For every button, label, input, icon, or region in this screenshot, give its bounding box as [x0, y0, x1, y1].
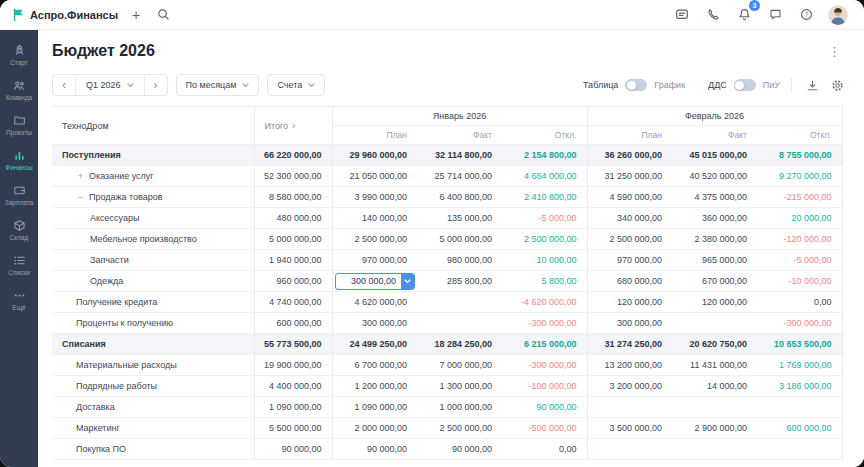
avatar[interactable]	[828, 5, 848, 25]
value-cell[interactable]: 5 000 000,00	[417, 229, 502, 250]
value-cell[interactable]: 6 215 000,00	[502, 334, 587, 355]
total-column-header[interactable]: Итого›	[254, 107, 332, 145]
value-cell[interactable]: 2 500 000,00	[417, 418, 502, 439]
sidebar-item-team[interactable]: Команда	[0, 75, 38, 105]
value-cell[interactable]: 600 000,00	[757, 418, 842, 439]
value-cell[interactable]	[757, 397, 842, 418]
period-dropdown[interactable]: Q1 2026	[75, 75, 145, 95]
value-cell[interactable]: 670 000,00	[672, 271, 757, 292]
value-cell[interactable]: 0,00	[502, 439, 587, 460]
sidebar-item-start[interactable]: Старт	[0, 40, 38, 70]
value-cell[interactable]: 680 000,00	[587, 271, 672, 292]
expand-columns-icon[interactable]: ›	[292, 120, 295, 131]
value-cell[interactable]	[672, 313, 757, 334]
value-cell[interactable]: 8 755 000,00	[757, 145, 842, 166]
value-cell[interactable]: 1 000 000,00	[417, 397, 502, 418]
prev-period-button[interactable]: ‹	[53, 75, 75, 95]
value-cell[interactable]: 960 000,00	[254, 271, 332, 292]
value-cell[interactable]: 300 000,00	[587, 313, 672, 334]
row-label-cell[interactable]: Проценты к получению	[52, 313, 254, 334]
value-cell[interactable]: 970 000,00	[332, 250, 417, 271]
value-cell[interactable]: 300 000,00	[332, 313, 417, 334]
value-cell[interactable]: -300 000,00	[502, 313, 587, 334]
value-cell[interactable]: 1 090 000,00	[332, 397, 417, 418]
value-cell[interactable]: 11 431 000,00	[672, 355, 757, 376]
value-cell[interactable]: 1 940 000,00	[254, 250, 332, 271]
value-cell[interactable]: 970 000,00	[587, 250, 672, 271]
value-cell[interactable]: 3 200 000,00	[587, 376, 672, 397]
value-cell[interactable]: 5 500 000,00	[254, 418, 332, 439]
report-type-toggle[interactable]	[734, 79, 756, 91]
next-period-button[interactable]: ›	[145, 75, 167, 95]
page-menu-button[interactable]: ⋮	[823, 43, 846, 60]
view-toggle[interactable]	[625, 79, 647, 91]
value-cell[interactable]: 340 000,00	[587, 208, 672, 229]
value-cell[interactable]: 45 015 000,00	[672, 145, 757, 166]
value-cell[interactable]: 2 500 000,00	[587, 229, 672, 250]
value-cell[interactable]: 600 000,00	[254, 313, 332, 334]
value-cell[interactable]: 5 000 000,00	[254, 229, 332, 250]
value-cell[interactable]: 140 000,00	[332, 208, 417, 229]
value-cell[interactable]: 90 000,00	[332, 439, 417, 460]
value-cell[interactable]: 9 270 000,00	[757, 166, 842, 187]
inline-cell-editor[interactable]: 300 000,00	[335, 273, 416, 290]
settings-button[interactable]	[828, 76, 846, 94]
sidebar-item-projects[interactable]: Проекты	[0, 110, 38, 140]
value-cell[interactable]: 20 620 750,00	[672, 334, 757, 355]
value-cell[interactable]: 3 186 000,00	[757, 376, 842, 397]
value-cell[interactable]: 2 154 800,00	[502, 145, 587, 166]
value-cell[interactable]	[587, 439, 672, 460]
value-cell[interactable]: 4 740 000,00	[254, 292, 332, 313]
value-cell[interactable]: 120 000,00	[672, 292, 757, 313]
feedback-button[interactable]	[673, 6, 691, 24]
value-cell[interactable]: 2 900 000,00	[672, 418, 757, 439]
value-cell[interactable]	[672, 397, 757, 418]
value-cell[interactable]: 20 000,00	[757, 208, 842, 229]
value-cell[interactable]: 14 000,00	[672, 376, 757, 397]
editor-dropdown-button[interactable]	[401, 274, 414, 289]
value-cell[interactable]: -4 620 000,00	[502, 292, 587, 313]
value-cell[interactable]: 40 520 000,00	[672, 166, 757, 187]
value-cell[interactable]: 90 000,00	[502, 397, 587, 418]
notifications-button[interactable]: 3	[735, 6, 753, 24]
value-cell[interactable]: 31 250 000,00	[587, 166, 672, 187]
value-cell[interactable]: 360 000,00	[672, 208, 757, 229]
value-cell[interactable]: 5 800,00	[502, 271, 587, 292]
value-cell[interactable]: 6 700 000,00	[332, 355, 417, 376]
value-cell[interactable]: 1 769 000,00	[757, 355, 842, 376]
row-label-cell[interactable]: Аксессуары	[52, 208, 254, 229]
row-label-cell[interactable]: Мебельное производство	[52, 229, 254, 250]
value-cell[interactable]: 24 499 250,00	[332, 334, 417, 355]
value-cell[interactable]: 4 590 000,00	[587, 187, 672, 208]
row-label-cell[interactable]: Доставка	[52, 397, 254, 418]
value-cell[interactable]: -300 000,00	[502, 355, 587, 376]
value-cell[interactable]: 0,00	[757, 292, 842, 313]
value-cell[interactable]: 4 620 000,00	[332, 292, 417, 313]
value-cell[interactable]: 120 000,00	[587, 292, 672, 313]
value-cell[interactable]: -10 000,00	[757, 271, 842, 292]
search-button[interactable]	[154, 6, 172, 24]
value-cell[interactable]	[757, 439, 842, 460]
value-cell[interactable]: 4 400 000,00	[254, 376, 332, 397]
value-cell[interactable]: 90 000,00	[254, 439, 332, 460]
row-label-cell[interactable]: Списания	[52, 334, 254, 355]
value-cell[interactable]: 36 260 000,00	[587, 145, 672, 166]
value-cell[interactable]: 8 580 000,00	[254, 187, 332, 208]
group-by-dropdown[interactable]: По месяцам	[176, 74, 260, 96]
value-cell[interactable]: 21 050 000,00	[332, 166, 417, 187]
value-cell[interactable]	[417, 313, 502, 334]
value-cell[interactable]: 66 220 000,00	[254, 145, 332, 166]
sidebar-item-lists[interactable]: Списки	[0, 250, 38, 280]
value-cell[interactable]: 3 500 000,00	[587, 418, 672, 439]
value-cell[interactable]: 10 653 500,00	[757, 334, 842, 355]
sidebar-item-salary[interactable]: Зарплата	[0, 180, 38, 210]
value-cell[interactable]: 31 274 250,00	[587, 334, 672, 355]
value-cell[interactable]	[587, 397, 672, 418]
value-cell[interactable]: 52 300 000,00	[254, 166, 332, 187]
collapse-row-icon[interactable]: −	[76, 192, 85, 202]
value-cell[interactable]: -215 000,00	[757, 187, 842, 208]
value-cell[interactable]: 32 114 800,00	[417, 145, 502, 166]
value-cell[interactable]: 1 200 000,00	[332, 376, 417, 397]
value-cell[interactable]: 135 000,00	[417, 208, 502, 229]
value-cell[interactable]: 55 773 500,00	[254, 334, 332, 355]
